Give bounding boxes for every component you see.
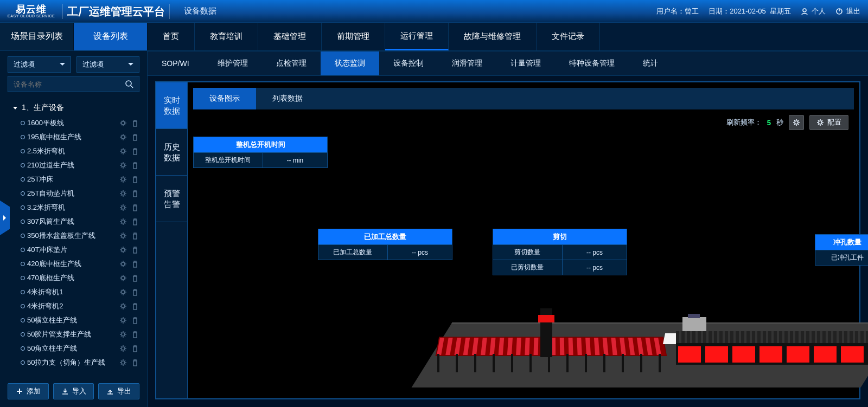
gear-icon	[793, 119, 800, 126]
sub-tab[interactable]: 设备控制	[379, 51, 438, 75]
tree-item[interactable]: 350播水盆盖板生产线	[0, 229, 147, 243]
sub-tab[interactable]: 特种设备管理	[555, 51, 629, 75]
trash-icon[interactable]	[131, 260, 139, 268]
gear-icon[interactable]	[119, 161, 127, 170]
gear-icon[interactable]	[119, 119, 127, 127]
tree-item[interactable]: 195底中框生产线	[0, 130, 147, 144]
svg-point-10	[122, 220, 125, 223]
tree-group-header[interactable]: 1、生产设备	[0, 100, 147, 116]
sub-tab[interactable]: 统计	[629, 51, 672, 75]
trash-icon[interactable]	[131, 147, 139, 156]
view-tab-graphic[interactable]: 设备图示	[193, 88, 256, 109]
refresh-value: 5	[767, 119, 771, 127]
trash-icon[interactable]	[131, 133, 139, 141]
tree-item[interactable]: 40T冲床垫片	[0, 243, 147, 257]
trash-icon[interactable]	[131, 274, 139, 282]
main-tab[interactable]: 运行管理	[385, 23, 449, 50]
trash-icon[interactable]	[131, 330, 139, 339]
trash-icon[interactable]	[131, 288, 139, 296]
import-button[interactable]: 导入	[53, 383, 94, 399]
main-tab[interactable]: 教育培训	[195, 23, 258, 50]
main-tabs: 首页教育培训基础管理前期管理运行管理故障与维修管理文件记录	[148, 23, 868, 50]
sidebar: 过滤项 过滤项 1、生产设备 1600平板线 195底中框生产线	[0, 51, 148, 407]
logout-button[interactable]: 退出	[835, 7, 860, 16]
tree-item[interactable]: 25T自动垫片机	[0, 186, 147, 201]
config-button[interactable]: 配置	[809, 115, 848, 130]
rail-tab[interactable]: 实时数据	[156, 82, 187, 129]
tab-device-list[interactable]: 设备列表	[74, 23, 148, 50]
rail-tab[interactable]: 预警告警	[156, 176, 187, 222]
trash-icon[interactable]	[131, 316, 139, 325]
gear-icon[interactable]	[119, 274, 127, 282]
main-tab[interactable]: 前期管理	[322, 23, 385, 50]
trash-icon[interactable]	[131, 189, 139, 198]
gear-icon[interactable]	[119, 231, 127, 240]
tree-item[interactable]: 50拉力支（切角）生产线	[0, 356, 147, 370]
trash-icon[interactable]	[131, 161, 139, 170]
filter-select-a[interactable]: 过滤项	[8, 56, 71, 73]
settings-button[interactable]	[789, 115, 804, 130]
profile-button[interactable]: 个人	[801, 7, 826, 16]
sub-tab[interactable]: 计量管理	[496, 51, 555, 75]
tree-item[interactable]: 25T冲床	[0, 172, 147, 186]
tree-item[interactable]: 4米折弯机2	[0, 299, 147, 313]
tree-item[interactable]: 420底中框生产线	[0, 257, 147, 271]
search-icon[interactable]	[125, 80, 133, 88]
gear-icon[interactable]	[119, 217, 127, 226]
gear-icon[interactable]	[119, 189, 127, 198]
gear-icon[interactable]	[119, 175, 127, 184]
trash-icon[interactable]	[131, 358, 139, 367]
trash-icon[interactable]	[131, 302, 139, 311]
main-tab[interactable]: 基础管理	[258, 23, 322, 50]
trash-icon[interactable]	[131, 344, 139, 353]
svg-point-21	[795, 121, 798, 124]
tree-item[interactable]: 50横立柱生产线	[0, 313, 147, 327]
device-tree[interactable]: 1、生产设备 1600平板线 195底中框生产线 2.5米折弯机 210过道生产…	[0, 98, 147, 378]
sub-tab[interactable]: 点检管理	[262, 51, 321, 75]
gear-icon[interactable]	[119, 203, 127, 212]
trash-icon[interactable]	[131, 246, 139, 254]
view-toolbar: 刷新频率： 5 秒 配置	[726, 115, 848, 130]
export-button[interactable]: 导出	[98, 383, 139, 399]
gear-icon[interactable]	[119, 288, 127, 296]
gear-icon[interactable]	[119, 330, 127, 339]
sub-tab[interactable]: 状态监测	[321, 51, 379, 75]
tree-item[interactable]: 3.2米折弯机	[0, 201, 147, 215]
tab-scene-list[interactable]: 场景目录列表	[0, 23, 74, 50]
view-tab-list[interactable]: 列表数据	[256, 88, 319, 109]
gear-icon[interactable]	[119, 316, 127, 325]
sub-tab[interactable]: 维护管理	[203, 51, 262, 75]
tree-item[interactable]: 1600平板线	[0, 116, 147, 130]
gear-icon[interactable]	[119, 302, 127, 311]
add-button[interactable]: 添加	[8, 383, 49, 399]
tree-item[interactable]: 50角立柱生产线	[0, 341, 147, 356]
tree-item[interactable]: 470底框生产线	[0, 271, 147, 285]
trash-icon[interactable]	[131, 231, 139, 240]
gear-icon[interactable]	[119, 133, 127, 141]
svg-point-15	[122, 290, 125, 294]
rail-tab[interactable]: 历史数据	[156, 129, 187, 176]
trash-icon[interactable]	[131, 175, 139, 184]
trash-icon[interactable]	[131, 217, 139, 226]
trash-icon[interactable]	[131, 203, 139, 212]
filter-select-b[interactable]: 过滤项	[76, 56, 140, 73]
tree-item[interactable]: 307风筒生产线	[0, 215, 147, 229]
main-tab[interactable]: 首页	[148, 23, 195, 50]
gear-icon[interactable]	[119, 344, 127, 353]
date-label: 日期：2021-02-05 星期五	[709, 7, 791, 16]
gear-icon[interactable]	[119, 246, 127, 254]
gear-icon[interactable]	[119, 260, 127, 268]
tree-item[interactable]: 50胶片管支撑生产线	[0, 327, 147, 341]
trash-icon[interactable]	[131, 119, 139, 127]
sub-nav: SOP/WI维护管理点检管理状态监测设备控制润滑管理计量管理特种设备管理统计	[148, 51, 868, 76]
sub-tab[interactable]: SOP/WI	[148, 51, 203, 75]
tree-item[interactable]: 2.5米折弯机	[0, 144, 147, 158]
gear-icon[interactable]	[119, 358, 127, 367]
main-tab[interactable]: 故障与维修管理	[449, 23, 537, 50]
search-input[interactable]	[14, 80, 125, 88]
gear-icon[interactable]	[119, 147, 127, 156]
sub-tab[interactable]: 润滑管理	[438, 51, 496, 75]
tree-item[interactable]: 210过道生产线	[0, 158, 147, 172]
main-tab[interactable]: 文件记录	[537, 23, 600, 50]
tree-item[interactable]: 4米折弯机1	[0, 285, 147, 299]
